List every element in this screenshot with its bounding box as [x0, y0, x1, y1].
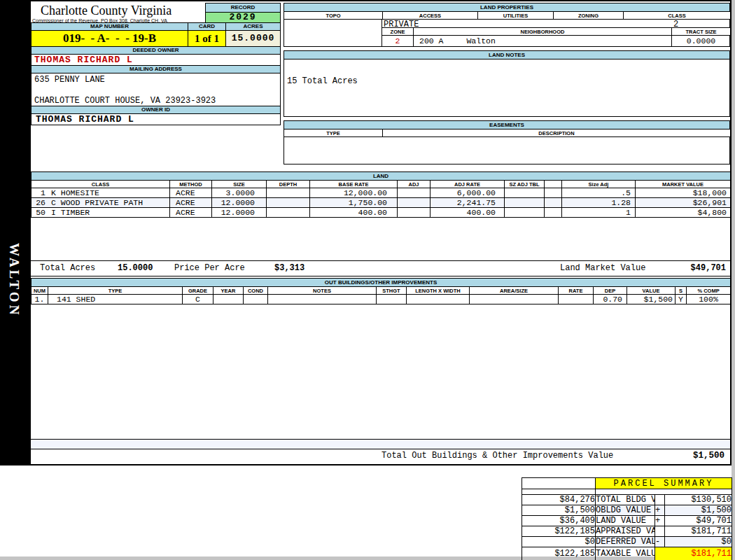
ob-year — [214, 295, 244, 304]
land-market-value: $26,901 — [636, 198, 731, 208]
sidebar: WALTON — [0, 0, 29, 465]
summary-taxable-row: $122,185 TAXABLE VALUE $181,711 — [522, 547, 732, 560]
owner-id-value: THOMAS RICHARD L — [31, 113, 281, 125]
land-row: 1K HOMESITE ACRE 3.0000 12,000.00 6,000.… — [31, 188, 731, 198]
land-sz-adj-tbl — [505, 208, 545, 218]
out-building-row: 1. 141 SHED C 0.70 $1,500 Y 100% — [31, 295, 731, 304]
sign-cell: + — [655, 505, 665, 516]
land-method: ACRE — [170, 208, 212, 218]
ob-col-dep: DEP — [594, 287, 627, 295]
land-class-num: 50 — [31, 208, 46, 217]
summary-blank-cell — [522, 478, 596, 489]
land-adj — [398, 198, 430, 208]
land-depth — [267, 188, 310, 198]
ob-sthgt — [377, 295, 407, 304]
ob-col-type: TYPE — [48, 287, 183, 295]
utilities-label: UTILITIES — [478, 12, 554, 20]
land-properties-box: LAND PROPERTIES TOPO ACCESS UTILITIES ZO… — [284, 3, 730, 47]
ob-col-year: YEAR — [214, 287, 244, 295]
prior-taxable-value: $122,185 — [522, 547, 596, 560]
deeded-owner-value: THOMAS RICHARD L — [31, 54, 281, 66]
total-acres-value: 15.0000 — [118, 261, 153, 276]
land-size: 12.0000 — [212, 198, 267, 208]
land-class-name: I TIMBER — [51, 208, 90, 217]
prior-deferred-value: $0 — [522, 537, 596, 547]
price-per-acre-label: Price Per Acre — [174, 261, 245, 276]
card-value: 1 of 1 — [188, 30, 226, 47]
easements-box: EASEMENTS TYPE DESCRIPTION — [284, 120, 730, 164]
record-value: 2029 — [205, 12, 281, 23]
summary-gap-row — [522, 489, 732, 495]
ob-notes — [268, 295, 377, 304]
land-table: LAND CLASS METHOD SIZE DEPTH BASE RATE A… — [31, 172, 731, 218]
land-blank — [545, 208, 562, 218]
sign-cell — [655, 526, 665, 537]
record-card: Charlotte County Virginia Commissioner o… — [29, 0, 732, 465]
summary-row: $122,185 APPRAISED VALUE $181,711 — [522, 526, 732, 537]
land-value: $49,701 — [665, 516, 732, 526]
land-depth — [267, 208, 310, 218]
ob-pct-comp: 100% — [687, 295, 731, 304]
land-col-adj-rate: ADJ RATE — [430, 181, 505, 188]
ob-col-sthgt: STHGT — [377, 287, 407, 295]
land-col-method: METHOD — [170, 181, 212, 188]
obldg-value: $1,500 — [665, 505, 732, 516]
land-base-rate: 12,000.00 — [310, 188, 398, 198]
ob-rate — [559, 295, 594, 304]
access-label: ACCESS — [383, 12, 478, 20]
property-record-page: WALTON Charlotte County Virginia Commiss… — [0, 0, 735, 560]
out-buildings-table: OUT BUILDINGS/OTHER IMPROVEMENTS NUM TYP… — [31, 278, 731, 304]
total-bldg-value-label: TOTAL BLDG VALUE — [596, 495, 655, 505]
map-number-value: 019- - A- - - 19-B — [31, 30, 188, 47]
zone-neighborhood-table: ZONE NEIGHBORHOOD TRACT SIZE 2 200 A Wal… — [382, 27, 731, 47]
ob-col-area-size: AREA/SIZE — [470, 287, 559, 295]
summary-row: $0 DEFERRED VALUE - $0 — [522, 537, 732, 547]
tract-size-value: 0.0000 — [672, 36, 731, 47]
neighborhood-code: 200 A — [419, 36, 444, 46]
land-size: 12.0000 — [212, 208, 267, 218]
land-col-depth: DEPTH — [267, 181, 310, 188]
easement-type-label: TYPE — [284, 130, 383, 137]
land-header-row: CLASS METHOD SIZE DEPTH BASE RATE ADJ AD… — [31, 181, 731, 188]
ob-col-s: S — [676, 287, 687, 295]
appraised-value: $181,711 — [665, 526, 732, 537]
sign-cell — [655, 495, 665, 505]
ob-area-size — [470, 295, 559, 304]
zone-value: 2 — [382, 36, 414, 47]
ob-grade: C — [183, 295, 214, 304]
land-market-value-label: Land Market Value — [560, 261, 645, 276]
zoning-label: ZONING — [554, 12, 624, 20]
neighborhood-name: Walton — [466, 36, 495, 46]
out-buildings-total-value: $1,500 — [693, 449, 724, 463]
county-header: Charlotte County Virginia Commissioner o… — [31, 1, 206, 22]
ob-col-length-width: LENGTH X WIDTH — [407, 287, 470, 295]
out-buildings-total-row: Total Out Buildings & Other Improvements… — [31, 449, 730, 463]
land-market-value: $18,000 — [636, 188, 731, 198]
address-line-2: CHARLOTTE COURT HOUSE, VA 23923-3923 — [31, 96, 280, 106]
ob-type: 141 SHED — [48, 295, 183, 304]
parcel-summary-table: PARCEL SUMMARY $84,276 TOTAL BLDG VALUE … — [522, 477, 732, 560]
land-row: 50I TIMBER ACRE 12.0000 400.00 400.00 1 … — [31, 208, 731, 218]
deferred-value-label: DEFERRED VALUE — [596, 537, 655, 547]
ob-dep: 0.70 — [594, 295, 627, 304]
ob-num: 1. — [31, 295, 48, 304]
land-blank — [545, 198, 562, 208]
neighborhood-label: NEIGHBORHOOD — [414, 28, 672, 36]
land-col-sz-adj-tbl: SZ ADJ TBL — [505, 181, 545, 188]
obldg-value-label: OBLDG VALUE — [596, 505, 655, 516]
summary-row: $84,276 TOTAL BLDG VALUE $130,510 — [522, 495, 732, 505]
ob-col-num: NUM — [31, 287, 48, 295]
acres-value: 15.0000 — [225, 30, 281, 47]
taxable-value-label: TAXABLE VALUE — [596, 547, 655, 560]
land-base-rate: 1,750.00 — [310, 198, 398, 208]
ob-col-cond: COND — [244, 287, 268, 295]
land-base-rate: 400.00 — [310, 208, 398, 218]
out-buildings-total-label: Total Out Buildings & Other Improvements… — [382, 449, 613, 463]
summary-row: $36,409 LAND VALUE + $49,701 — [522, 516, 732, 526]
land-notes-text: 15 Total Acres — [287, 76, 358, 86]
land-class-name: K HOMESITE — [51, 188, 99, 197]
mailing-address-box: 635 PENNY LANE CHARLOTTE COURT HOUSE, VA… — [31, 73, 281, 106]
easement-description-label: DESCRIPTION — [383, 130, 731, 137]
land-size-adj: 1 — [562, 208, 636, 218]
total-bldg-value: $130,510 — [665, 495, 732, 505]
